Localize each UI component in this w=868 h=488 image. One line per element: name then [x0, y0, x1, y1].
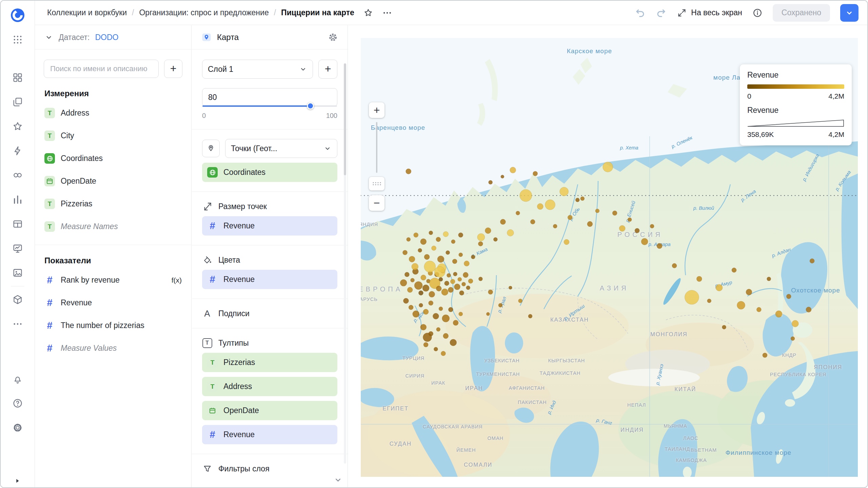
map-data-point[interactable]	[419, 303, 423, 307]
map-data-point[interactable]	[412, 263, 418, 270]
map-data-point[interactable]	[443, 231, 449, 237]
map-data-point[interactable]	[510, 167, 516, 173]
map-data-point[interactable]	[786, 294, 791, 299]
map-data-point[interactable]	[421, 275, 426, 280]
field-search-input[interactable]	[44, 60, 159, 78]
map-data-point[interactable]	[436, 237, 441, 242]
map-data-point[interactable]	[409, 305, 413, 310]
datasets-table-icon[interactable]	[12, 219, 23, 229]
map-data-point[interactable]	[672, 263, 677, 268]
chart-type-title[interactable]: Карта	[217, 33, 239, 42]
help-icon[interactable]	[12, 398, 23, 409]
map-data-point[interactable]	[488, 290, 493, 294]
map-data-point[interactable]	[489, 180, 493, 184]
datalens-logo[interactable]	[10, 7, 25, 23]
map-data-point[interactable]	[400, 280, 407, 286]
panel-scrollbar[interactable]	[344, 63, 346, 464]
map-data-point[interactable]	[436, 286, 441, 291]
map-data-point[interactable]	[414, 281, 422, 289]
map-data-point[interactable]	[560, 187, 569, 196]
map-data-point[interactable]	[453, 320, 458, 326]
map-data-point[interactable]	[537, 203, 543, 209]
geotype-select[interactable]: Точки (Геот...	[225, 139, 337, 158]
map-data-point[interactable]	[478, 277, 482, 281]
map-data-point[interactable]	[433, 313, 439, 319]
map-data-point[interactable]	[466, 286, 470, 290]
map-data-point[interactable]	[414, 233, 418, 238]
map-data-point[interactable]	[447, 273, 451, 278]
connections-icon[interactable]	[12, 170, 23, 181]
field-list-item[interactable]: OpenDate	[35, 170, 191, 192]
services-cube-icon[interactable]	[12, 294, 23, 305]
save-dropdown-button[interactable]	[840, 4, 859, 22]
field-list-item[interactable]: #Rank by revenuef(x)	[35, 269, 191, 291]
map-data-point[interactable]	[418, 290, 423, 295]
gallery-icon[interactable]	[12, 267, 23, 278]
map-data-point[interactable]	[722, 325, 726, 329]
map-data-point[interactable]	[685, 290, 699, 304]
map-data-point[interactable]	[420, 239, 427, 245]
opacity-slider-knob[interactable]	[307, 102, 314, 109]
add-layer-button[interactable]: +	[318, 60, 337, 79]
map-data-point[interactable]	[406, 169, 411, 174]
breadcrumb-workbook[interactable]: Организации: спрос и предложение	[139, 8, 269, 17]
map-data-point[interactable]	[423, 333, 432, 342]
chart-settings-gear-icon[interactable]	[328, 32, 338, 42]
map-data-point[interactable]	[707, 299, 711, 303]
notifications-bell-icon[interactable]	[12, 373, 23, 384]
map-data-point[interactable]	[732, 268, 736, 272]
field-pill[interactable]: Coordinates	[202, 163, 337, 182]
map-data-point[interactable]	[493, 237, 497, 241]
map-data-point[interactable]	[407, 237, 411, 241]
map-data-point[interactable]	[422, 285, 429, 291]
map-data-point[interactable]	[420, 324, 427, 330]
field-pill[interactable]: TAddress	[202, 377, 337, 396]
map-data-point[interactable]	[485, 228, 491, 234]
map-data-point[interactable]	[458, 233, 463, 238]
map-data-point[interactable]	[471, 255, 475, 259]
map-data-point[interactable]	[429, 301, 433, 305]
map-data-point[interactable]	[434, 347, 438, 351]
map-data-point[interactable]	[580, 197, 585, 201]
field-list-item[interactable]: TAddress	[35, 102, 191, 124]
field-list-item[interactable]: #The number of pizzerias	[35, 314, 191, 337]
favorite-star-icon[interactable]	[363, 8, 373, 18]
map-data-point[interactable]	[413, 311, 419, 318]
field-pill[interactable]: #Revenue	[202, 270, 337, 289]
map-data-point[interactable]	[603, 162, 613, 172]
map-data-point[interactable]	[458, 277, 462, 281]
map-data-point[interactable]	[436, 327, 440, 331]
monitor-chart-icon[interactable]	[12, 243, 23, 254]
info-icon[interactable]	[752, 8, 763, 18]
map-data-point[interactable]	[411, 278, 415, 282]
apps-grid-icon[interactable]	[12, 34, 23, 45]
map-data-point[interactable]	[498, 303, 502, 307]
charts-icon[interactable]	[12, 194, 23, 205]
map-data-point[interactable]	[429, 291, 435, 297]
zoom-out-button[interactable]: −	[369, 195, 384, 211]
map-data-point[interactable]	[575, 198, 579, 202]
field-pill[interactable]: TPizzerias	[202, 353, 337, 372]
map-data-point[interactable]	[437, 256, 444, 263]
map-data-point[interactable]	[441, 289, 448, 296]
map-data-point[interactable]	[516, 211, 520, 215]
map-data-point[interactable]	[641, 238, 648, 245]
settings-gear-icon[interactable]	[12, 422, 23, 433]
undo-icon[interactable]	[635, 7, 646, 18]
opacity-value-box[interactable]: 80	[202, 88, 337, 106]
more-actions-icon[interactable]	[382, 8, 392, 18]
map-data-point[interactable]	[595, 209, 599, 213]
map-data-point[interactable]	[775, 311, 782, 318]
breadcrumb-collections[interactable]: Коллекции и воркбуки	[47, 8, 127, 17]
field-list-item[interactable]: #Measure Values	[35, 337, 191, 360]
map-data-point[interactable]	[446, 250, 450, 255]
map-canvas-area[interactable]: Карское мореБаренцево мореморе ЛаптевыхО…	[361, 38, 858, 477]
map-data-point[interactable]	[612, 211, 617, 216]
field-list-item[interactable]: TMeasure Names	[35, 215, 191, 238]
dataset-name-link[interactable]: DODO	[95, 33, 118, 42]
map-data-point[interactable]	[448, 307, 453, 312]
map-data-point[interactable]	[424, 254, 430, 260]
map-data-point[interactable]	[405, 272, 409, 277]
map-data-point[interactable]	[464, 261, 469, 266]
map-data-point[interactable]	[468, 279, 473, 283]
